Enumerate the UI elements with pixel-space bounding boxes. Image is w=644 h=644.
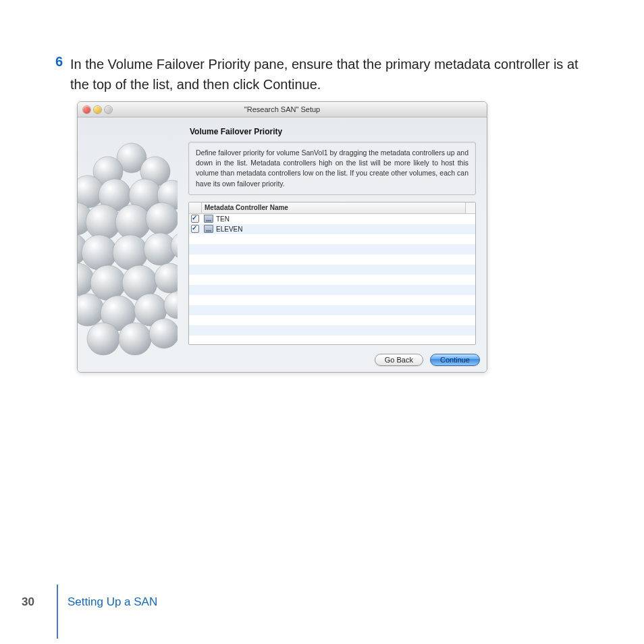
- svg-point-12: [82, 235, 117, 270]
- continue-button[interactable]: Continue: [430, 354, 480, 366]
- svg-point-24: [87, 323, 119, 355]
- controller-name: ELEVEN: [216, 225, 242, 233]
- sidebar-graphic: [78, 117, 178, 373]
- page-number: 30: [22, 595, 34, 609]
- table-row: [189, 295, 475, 305]
- chapter-title: Setting Up a SAN: [68, 595, 157, 609]
- table-row: [189, 275, 475, 285]
- controller-list[interactable]: Metadata Controller Name TENELEVEN: [188, 202, 476, 345]
- svg-point-10: [146, 203, 178, 235]
- table-row: [189, 315, 475, 325]
- go-back-button[interactable]: Go Back: [375, 354, 423, 366]
- setup-window: "Research SAN" Setup: [77, 101, 487, 373]
- pane-description: Define failover priority for volume SanV…: [188, 142, 476, 195]
- table-row: [189, 285, 475, 295]
- pane-title: Volume Failover Priority: [178, 117, 487, 140]
- row-checkbox[interactable]: [191, 225, 199, 233]
- server-icon: [204, 225, 213, 233]
- server-icon: [204, 215, 213, 223]
- column-header-name[interactable]: Metadata Controller Name: [202, 203, 466, 213]
- svg-point-25: [119, 323, 151, 355]
- svg-point-26: [149, 319, 178, 348]
- footer-rule: [57, 585, 58, 639]
- table-row[interactable]: ELEVEN: [189, 224, 475, 234]
- step-number: 6: [55, 54, 63, 70]
- svg-point-13: [113, 235, 148, 270]
- table-row: [189, 325, 475, 336]
- svg-point-9: [115, 205, 151, 240]
- table-row: [189, 244, 475, 254]
- row-checkbox[interactable]: [191, 215, 199, 223]
- table-row: [189, 336, 475, 345]
- controller-name: TEN: [216, 215, 230, 223]
- window-titlebar: "Research SAN" Setup: [78, 102, 487, 117]
- table-row[interactable]: TEN: [189, 214, 475, 224]
- table-row: [189, 254, 475, 265]
- svg-point-19: [155, 263, 178, 293]
- svg-point-17: [90, 265, 126, 300]
- list-header: Metadata Controller Name: [189, 203, 475, 214]
- table-row: [189, 265, 475, 275]
- step-instruction: In the Volume Failover Priority pane, en…: [70, 54, 590, 95]
- table-row: [189, 305, 475, 315]
- table-row: [189, 234, 475, 244]
- window-title: "Research SAN" Setup: [78, 105, 487, 113]
